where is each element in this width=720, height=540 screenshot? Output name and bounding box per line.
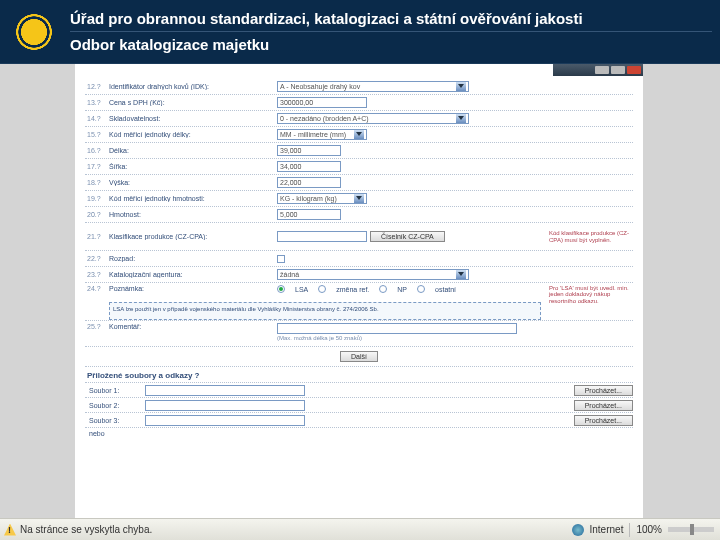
close-button[interactable] (627, 66, 641, 74)
file-row-3: Soubor 3: Procházet... (85, 412, 633, 427)
header-line1: Úřad pro obrannou standardizaci, katalog… (70, 10, 712, 32)
row-delka-unit: 15.? Kód měřicí jednotky délky: MM - mil… (85, 126, 633, 142)
slide-body: 12.? Identifikátor drahých kovů (IDK): A… (0, 64, 720, 518)
ie-status-bar: Na stránce se vyskytla chyba. Internet 1… (0, 518, 720, 540)
row-hmot: 20.? Hmotnost: (85, 206, 633, 222)
zoom-slider[interactable] (668, 527, 714, 532)
agency-logo (8, 6, 60, 58)
window-titlebar (553, 64, 643, 76)
cpa-browse-button[interactable]: Číselník CZ-CPA (370, 231, 445, 242)
warning-icon (4, 524, 16, 536)
row-poznamka: 24.? Poznámka: LSA změna ref. NP ostatní… (85, 282, 633, 298)
form: 12.? Identifikátor drahých kovů (IDK): A… (85, 78, 633, 439)
chevron-down-icon (456, 82, 466, 91)
file3-browse-button[interactable]: Procházet... (574, 415, 633, 426)
row-cpa: 21.? Klasifikace produkce (CZ-CPA): Číse… (85, 222, 633, 250)
komentar-input[interactable] (277, 323, 517, 334)
file3-path[interactable] (145, 415, 305, 426)
row-sklad: 14.? Skladovatelnost: 0 - nezadáno (brod… (85, 110, 633, 126)
file2-browse-button[interactable]: Procházet... (574, 400, 633, 411)
sirka-input[interactable] (277, 161, 341, 172)
poznamka-options: LSA změna ref. NP ostatní (277, 285, 456, 293)
files-title: Přiložené soubory a odkazy ? (85, 366, 633, 382)
chevron-down-icon (354, 194, 364, 203)
radio-np[interactable] (379, 285, 387, 293)
header-text: Úřad pro obrannou standardizaci, katalog… (70, 10, 712, 53)
row-agentura: 23.? Katalogizační agentura: žádná (85, 266, 633, 282)
rozpad-checkbox[interactable] (277, 255, 285, 263)
hmot-unit-select[interactable]: KG - kilogram (kg) (277, 193, 367, 204)
delka-input[interactable] (277, 145, 341, 156)
agentura-select[interactable]: žádná (277, 269, 469, 280)
file-row-2: Soubor 2: Procházet... (85, 397, 633, 412)
chevron-down-icon (456, 270, 466, 279)
row-idk: 12.? Identifikátor drahých kovů (IDK): A… (85, 78, 633, 94)
file1-path[interactable] (145, 385, 305, 396)
header-line2: Odbor katalogizace majetku (70, 36, 712, 53)
row-delka: 16.? Délka: (85, 142, 633, 158)
row-cena: 13.? Cena s DPH (Kč): (85, 94, 633, 110)
file2-path[interactable] (145, 400, 305, 411)
row-vyska: 18.? Výška: (85, 174, 633, 190)
cpa-input[interactable] (277, 231, 367, 242)
cena-input[interactable] (277, 97, 367, 108)
row-sirka: 17.? Šířka: (85, 158, 633, 174)
next-button[interactable]: Další (340, 351, 378, 362)
status-text: Na stránce se vyskytla chyba. (20, 524, 152, 535)
komentar-hint: (Max. možná délka je 50 znaků) (277, 335, 362, 341)
radio-ostatni[interactable] (417, 285, 425, 293)
delka-unit-select[interactable]: MM - millimetre (mm) (277, 129, 367, 140)
hmot-input[interactable] (277, 209, 341, 220)
slide-header: Úřad pro obrannou standardizaci, katalog… (0, 0, 720, 64)
chevron-down-icon (456, 114, 466, 123)
internet-zone-label: Internet (590, 524, 624, 535)
row-hmot-unit: 19.? Kód měřicí jednotky hmotnosti: KG -… (85, 190, 633, 206)
browser-window: 12.? Identifikátor drahých kovů (IDK): A… (75, 64, 643, 518)
radio-zmena[interactable] (318, 285, 326, 293)
files-nebo: nebo (85, 427, 633, 439)
file-row-1: Soubor 1: Procházet... (85, 382, 633, 397)
cpa-error: Kód klasifikace produkce (CZ-CPA) musí b… (545, 230, 633, 243)
vyska-input[interactable] (277, 177, 341, 188)
sklad-select[interactable]: 0 - nezadáno (brodden A+C) (277, 113, 469, 124)
poznamka-side-error: Pro 'LSA' musí být uvedl. min. jeden dok… (545, 285, 633, 304)
maximize-button[interactable] (611, 66, 625, 74)
file1-browse-button[interactable]: Procházet... (574, 385, 633, 396)
poznamka-textbox[interactable]: LSA lze použít jen v případě vojenského … (109, 302, 541, 320)
row-rozpad: 22.? Rozpad: (85, 250, 633, 266)
minimize-button[interactable] (595, 66, 609, 74)
internet-zone-icon (572, 524, 584, 536)
radio-lsa[interactable] (277, 285, 285, 293)
submit-row: Další (85, 346, 633, 366)
chevron-down-icon (354, 130, 364, 139)
row-komentar: 25.? Komentář: (Max. možná délka je 50 z… (85, 320, 633, 346)
idk-select[interactable]: A - Neobsahuje drahý kov (277, 81, 469, 92)
zoom-label: 100% (636, 524, 662, 535)
